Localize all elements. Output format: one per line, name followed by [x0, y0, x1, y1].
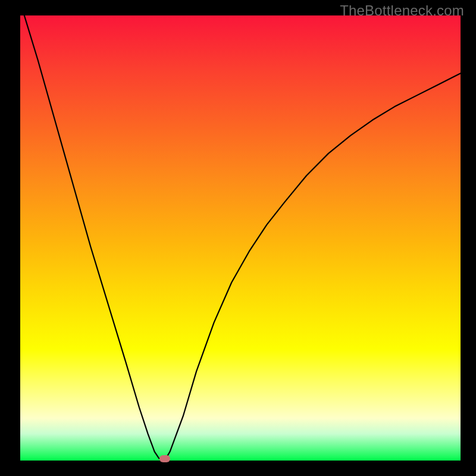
plot-area [20, 15, 461, 461]
bottleneck-curve [20, 15, 461, 461]
minimum-marker [159, 455, 170, 462]
chart-frame: TheBottleneck.com [0, 0, 476, 476]
